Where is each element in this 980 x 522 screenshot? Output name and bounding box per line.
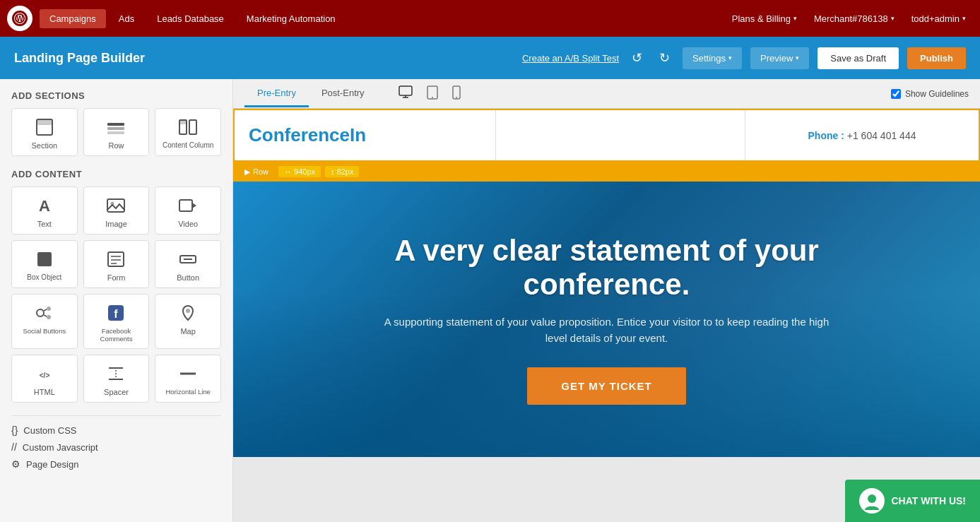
header-logo-cell: ConferenceIn bbox=[235, 110, 496, 160]
nav-item-ads[interactable]: Ads bbox=[109, 9, 144, 28]
sidebar-item-horizontal-line[interactable]: Horizontal Line bbox=[155, 355, 221, 403]
sidebar-item-text[interactable]: A Text bbox=[11, 186, 78, 235]
canvas-area: Pre-Entry Post-Entry Show Guidelines bbox=[233, 79, 980, 522]
plans-billing-chevron: ▾ bbox=[793, 15, 797, 22]
get-ticket-button[interactable]: GET MY TICKET bbox=[527, 367, 686, 405]
svg-rect-8 bbox=[189, 120, 196, 134]
header-logo: ConferenceIn bbox=[249, 124, 366, 146]
sidebar-item-form[interactable]: Form bbox=[83, 240, 150, 288]
hero-section: A very clear statement of your conferenc… bbox=[233, 182, 980, 457]
hero-headline: A very clear statement of your conferenc… bbox=[374, 234, 840, 302]
publish-button[interactable]: Publish bbox=[907, 47, 966, 69]
user-chevron: ▾ bbox=[962, 15, 966, 22]
row-indicator: ▶ Row ↔ 940px ↕ 82px bbox=[233, 162, 980, 182]
page-title: Landing Page Builder bbox=[14, 51, 522, 66]
sidebar-item-html[interactable]: </> HTML bbox=[11, 355, 78, 403]
tab-post-entry[interactable]: Post-Entry bbox=[309, 81, 377, 107]
chat-avatar bbox=[859, 488, 885, 514]
map-icon bbox=[178, 303, 198, 323]
tabs-bar: Pre-Entry Post-Entry Show Guidelines bbox=[233, 79, 980, 109]
logo-icon[interactable]: W bbox=[7, 6, 33, 31]
sidebar-item-section[interactable]: Section bbox=[11, 108, 78, 156]
chat-widget[interactable]: CHAT WITH US! bbox=[845, 480, 981, 522]
add-sections-title: Add Sections bbox=[11, 90, 221, 101]
second-bar-actions: Create an A/B Split Test ↺ ↻ Settings ▾ … bbox=[522, 47, 966, 69]
hero-subtext: A supporting statement of your value pro… bbox=[374, 314, 840, 346]
user-menu[interactable]: todd+admin ▾ bbox=[904, 9, 973, 28]
section-icon bbox=[35, 117, 54, 137]
custom-css-item[interactable]: {} Custom CSS bbox=[11, 425, 221, 436]
content-grid: A Text Image Video bbox=[11, 186, 221, 403]
phone-label: Phone : bbox=[808, 130, 844, 141]
html-icon: </> bbox=[35, 364, 54, 384]
page-design-item[interactable]: ⚙ Page Design bbox=[11, 458, 221, 470]
svg-marker-14 bbox=[192, 203, 196, 208]
header-row[interactable]: ConferenceIn Phone : +1 604 401 444 bbox=[233, 109, 980, 162]
svg-rect-6 bbox=[107, 131, 124, 134]
preview-label: Preview bbox=[760, 53, 793, 64]
main-layout: Add Sections Section Row bbox=[0, 79, 980, 522]
css-icon: {} bbox=[11, 425, 18, 436]
width-badge: ↔ 940px bbox=[278, 166, 321, 177]
desktop-icon[interactable] bbox=[394, 83, 417, 105]
guidelines-checkbox[interactable] bbox=[891, 89, 901, 99]
svg-point-24 bbox=[47, 315, 51, 319]
sidebar-item-spacer[interactable]: Spacer bbox=[83, 355, 150, 403]
header-middle-cell bbox=[496, 110, 745, 160]
add-content-title: Add Content bbox=[11, 169, 221, 179]
save-draft-button[interactable]: Save as Draft bbox=[817, 47, 899, 69]
redo-button[interactable]: ↻ bbox=[655, 47, 674, 69]
nav-item-marketing[interactable]: Marketing Automation bbox=[237, 9, 346, 28]
svg-rect-3 bbox=[37, 119, 52, 125]
nav-item-leads[interactable]: Leads Database bbox=[147, 9, 234, 28]
sidebar-item-video[interactable]: Video bbox=[155, 186, 221, 235]
svg-point-41 bbox=[456, 97, 457, 98]
chat-label: CHAT WITH US! bbox=[892, 495, 967, 506]
nav-item-campaigns[interactable]: Campaigns bbox=[40, 9, 106, 28]
row-icon bbox=[106, 117, 126, 137]
ab-test-link[interactable]: Create an A/B Split Test bbox=[522, 53, 619, 64]
svg-point-39 bbox=[432, 97, 433, 98]
svg-rect-16 bbox=[108, 252, 124, 266]
sidebar-item-content-column[interactable]: Content Column bbox=[155, 108, 221, 156]
device-icons bbox=[394, 83, 465, 105]
sidebar-item-map[interactable]: Map bbox=[155, 294, 221, 349]
sidebar-item-row[interactable]: Row bbox=[83, 108, 150, 156]
undo-button[interactable]: ↺ bbox=[627, 47, 647, 69]
sidebar-item-facebook-comments[interactable]: f Facebook Comments bbox=[83, 294, 150, 349]
guidelines-label: Show Guidelines bbox=[905, 89, 969, 99]
row-arrow: ▶ bbox=[244, 167, 250, 177]
sidebar-item-social-buttons[interactable]: Social Buttons bbox=[11, 294, 78, 349]
image-icon bbox=[106, 196, 126, 215]
svg-text:</>: </> bbox=[40, 372, 50, 379]
box-object-icon bbox=[35, 249, 54, 269]
svg-rect-9 bbox=[179, 120, 187, 124]
chat-avatar-icon bbox=[861, 490, 882, 511]
settings-label: Settings bbox=[692, 53, 726, 64]
js-icon: // bbox=[11, 441, 17, 453]
svg-line-25 bbox=[44, 309, 47, 311]
guidelines-toggle[interactable]: Show Guidelines bbox=[891, 89, 969, 99]
plans-billing-menu[interactable]: Plans & Billing ▾ bbox=[725, 9, 804, 28]
preview-chevron: ▾ bbox=[796, 54, 799, 61]
sidebar-item-button[interactable]: Button bbox=[155, 240, 221, 288]
spacer-icon bbox=[106, 364, 126, 384]
settings-button[interactable]: Settings ▾ bbox=[683, 47, 742, 69]
sections-grid: Section Row Content Column bbox=[11, 108, 221, 156]
merchant-menu[interactable]: Merchant#786138 ▾ bbox=[807, 9, 902, 28]
preview-button[interactable]: Preview ▾ bbox=[750, 47, 809, 69]
content-column-icon bbox=[178, 117, 198, 137]
mobile-icon[interactable] bbox=[448, 83, 465, 105]
svg-text:f: f bbox=[114, 308, 119, 320]
sidebar-item-image[interactable]: Image bbox=[83, 186, 150, 235]
svg-point-29 bbox=[186, 309, 190, 313]
tablet-icon[interactable] bbox=[423, 83, 442, 105]
top-nav: W Campaigns Ads Leads Database Marketing… bbox=[0, 0, 980, 37]
sidebar-item-box-object[interactable]: Box Object bbox=[11, 240, 78, 288]
button-icon bbox=[178, 249, 198, 269]
merchant-chevron: ▾ bbox=[891, 15, 895, 22]
custom-js-item[interactable]: // Custom Javascript bbox=[11, 441, 221, 453]
design-icon: ⚙ bbox=[11, 458, 20, 470]
horizontal-line-icon bbox=[178, 364, 198, 384]
tab-pre-entry[interactable]: Pre-Entry bbox=[244, 81, 309, 107]
